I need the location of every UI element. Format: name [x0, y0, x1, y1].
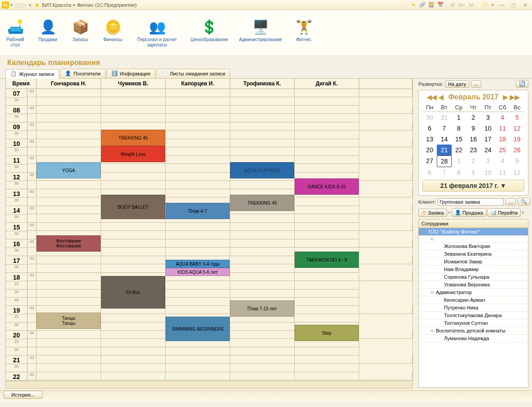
slot[interactable]: [37, 339, 101, 347]
slot[interactable]: [230, 248, 295, 256]
slot[interactable]: [166, 364, 230, 372]
event[interactable]: Плав 4-7: [166, 203, 230, 219]
slot[interactable]: [101, 89, 166, 97]
cal-day[interactable]: 16: [466, 134, 481, 145]
selected-date-button[interactable]: 21 февраля 2017 г. ▼: [422, 180, 524, 192]
slot[interactable]: [230, 122, 295, 131]
slot[interactable]: [37, 89, 101, 97]
slot[interactable]: [230, 364, 295, 372]
slot[interactable]: [37, 215, 101, 223]
slot[interactable]: [166, 248, 230, 256]
link-icon[interactable]: 🔗: [419, 1, 426, 9]
cal-day[interactable]: 3: [481, 112, 495, 123]
slot[interactable]: [166, 189, 230, 197]
minimize-button[interactable]: —: [497, 1, 507, 9]
info-icon[interactable]: ⓘ: [481, 1, 488, 9]
calc-icon[interactable]: 🧮: [428, 1, 435, 9]
cal-day[interactable]: 8: [452, 167, 466, 178]
event[interactable]: Step: [295, 325, 359, 341]
slot[interactable]: [28, 114, 37, 122]
slot[interactable]: [166, 356, 230, 364]
history-button[interactable]: История...: [4, 391, 42, 399]
slot[interactable]: [230, 281, 295, 290]
slot[interactable]: [37, 122, 101, 131]
expand-icon[interactable]: ⊖: [430, 290, 436, 295]
event[interactable]: DANCE KIDS 8-15: [295, 178, 359, 195]
tab-0[interactable]: 📋Журнал записи: [5, 69, 59, 79]
slot[interactable]: [101, 239, 166, 248]
slot[interactable]: [230, 256, 295, 264]
module-5[interactable]: 💲Ценообразование: [190, 13, 228, 42]
tree-item[interactable]: Тохтахунов Султан: [419, 319, 528, 327]
cal-day[interactable]: 25: [495, 145, 509, 155]
cal-day[interactable]: 1: [452, 155, 466, 167]
slot[interactable]: [37, 181, 101, 189]
slot[interactable]: [295, 122, 359, 131]
slot[interactable]: [37, 265, 101, 273]
cal-next-month[interactable]: ▶: [503, 94, 508, 101]
m-minus-button[interactable]: M-: [468, 2, 476, 8]
expand-icon[interactable]: ⊖: [422, 229, 428, 234]
column-header[interactable]: Трофимова К.: [230, 79, 295, 89]
cal-day[interactable]: 5: [510, 112, 524, 123]
slot[interactable]: [295, 206, 359, 214]
cal-prev-month[interactable]: ◀: [439, 94, 444, 101]
slot[interactable]: [37, 298, 101, 306]
slot[interactable]: [101, 223, 166, 231]
slot[interactable]: [166, 281, 230, 290]
cal-day[interactable]: 8: [452, 123, 466, 134]
cal-day[interactable]: 12: [510, 167, 524, 178]
event[interactable]: BODY BALLET: [101, 195, 165, 219]
slot[interactable]: [101, 364, 166, 372]
fav-icon[interactable]: ★: [410, 1, 417, 9]
slot[interactable]: [28, 248, 37, 256]
cal-day[interactable]: 12: [510, 123, 524, 134]
event[interactable]: AQUA BABY 3-4 года: [166, 260, 230, 268]
slot[interactable]: [37, 273, 101, 281]
event[interactable]: SWIMMING BEGINNERS: [166, 317, 230, 341]
slot[interactable]: [230, 356, 295, 364]
slot[interactable]: [230, 290, 295, 298]
slot[interactable]: [101, 265, 166, 273]
slot[interactable]: [101, 372, 166, 380]
cal-day[interactable]: 7: [437, 167, 451, 178]
tree-item[interactable]: Толлстокулакова Динара: [419, 312, 528, 319]
slot[interactable]: [28, 323, 37, 331]
slot[interactable]: [166, 223, 230, 231]
slot[interactable]: [166, 156, 230, 164]
slot[interactable]: [28, 298, 37, 306]
cal-day[interactable]: 27: [422, 155, 437, 167]
slot[interactable]: [101, 323, 166, 331]
slot[interactable]: [37, 331, 101, 339]
slot[interactable]: [101, 356, 166, 364]
slot[interactable]: [28, 347, 37, 356]
tree-item[interactable]: ⊖ТОО "Жайляу Фитнес": [419, 228, 528, 236]
slot[interactable]: [28, 364, 37, 372]
slot[interactable]: [166, 122, 230, 131]
cal-day[interactable]: 6: [422, 123, 437, 134]
client-input[interactable]: [438, 198, 504, 206]
slot[interactable]: [28, 164, 37, 173]
cal-day[interactable]: 23: [466, 145, 481, 155]
tab-1[interactable]: 👤Посетители: [60, 69, 106, 78]
slot[interactable]: [166, 114, 230, 122]
module-2[interactable]: 📦Запасы: [69, 13, 91, 42]
cal-day[interactable]: 17: [481, 134, 495, 145]
cal-day[interactable]: 22: [452, 145, 466, 155]
slot[interactable]: [166, 306, 230, 314]
slot[interactable]: [101, 114, 166, 122]
slot[interactable]: [37, 98, 101, 106]
event[interactable]: TREKKING 45: [101, 130, 165, 146]
nav-back-icon[interactable]: ◁: [14, 1, 21, 9]
tree-item[interactable]: Кенесарин Арман: [419, 296, 528, 304]
slot[interactable]: [230, 98, 295, 106]
slot[interactable]: [28, 131, 37, 139]
pereiti-button[interactable]: 📊Перейти: [487, 208, 521, 217]
slot[interactable]: [166, 164, 230, 173]
cal-day[interactable]: 7: [437, 123, 451, 134]
slot[interactable]: [295, 89, 359, 97]
slot[interactable]: [166, 98, 230, 106]
cal-day[interactable]: 10: [481, 123, 495, 134]
cal-day[interactable]: 21: [437, 145, 451, 155]
slot[interactable]: [101, 347, 166, 356]
